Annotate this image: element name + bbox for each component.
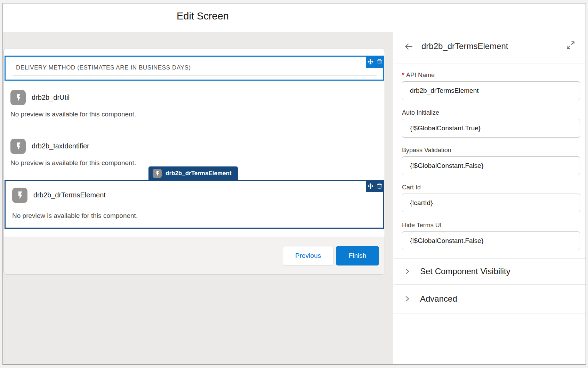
- modal-title: Edit Screen: [3, 10, 402, 22]
- api-name-input[interactable]: [402, 81, 580, 100]
- section-label: Set Component Visibility: [420, 267, 510, 276]
- required-asterisk: *: [402, 72, 404, 79]
- screen-canvas: DELIVERY METHOD (ESTIMATES ARE IN BUSINE…: [3, 32, 393, 364]
- drag-tooltip-label: drb2b_drTermsElement: [166, 170, 232, 177]
- bypass-validation-field: Bypass Validation: [402, 147, 580, 175]
- hide-terms-ui-field: Hide Terms UI: [402, 222, 580, 250]
- cart-id-input[interactable]: [402, 194, 580, 212]
- properties-panel: drb2b_drTermsElement *API Name Auto Init…: [394, 32, 586, 364]
- lightning-component-icon: [12, 188, 27, 203]
- lightning-component-icon: [153, 169, 162, 178]
- section-label: Advanced: [420, 294, 457, 304]
- panel-title: drb2b_drTermsElement: [421, 41, 508, 51]
- trash-icon[interactable]: [375, 56, 384, 68]
- lightning-component-icon: [10, 139, 26, 154]
- screen-footer: Previous Finish: [4, 237, 385, 274]
- hide-terms-ui-label: Hide Terms UI: [402, 222, 580, 229]
- section-advanced[interactable]: Advanced: [394, 284, 586, 313]
- section-set-component-visibility[interactable]: Set Component Visibility: [394, 258, 586, 284]
- component-delivery-method-header[interactable]: DELIVERY METHOD (ESTIMATES ARE IN BUSINE…: [5, 56, 384, 81]
- auto-initialize-field: Auto Initialize: [402, 109, 580, 138]
- cart-id-field: Cart Id: [402, 184, 580, 212]
- component-name-drutil[interactable]: drb2b_drUtil: [32, 93, 70, 101]
- modal-header: Edit Screen: [3, 3, 586, 32]
- expand-icon[interactable]: [566, 41, 577, 51]
- cart-id-label: Cart Id: [402, 184, 580, 191]
- hide-terms-ui-input[interactable]: [402, 231, 580, 250]
- api-name-label: *API Name: [402, 72, 580, 79]
- screen-preview-card: DELIVERY METHOD (ESTIMATES ARE IN BUSINE…: [3, 49, 385, 275]
- move-icon[interactable]: [366, 56, 375, 68]
- no-preview-text: No preview is available for this compone…: [10, 159, 136, 167]
- chevron-right-icon: [404, 295, 411, 302]
- divider: [394, 313, 586, 313]
- move-icon[interactable]: [366, 180, 375, 192]
- no-preview-text: No preview is available for this compone…: [10, 111, 136, 118]
- lightning-component-icon: [10, 90, 26, 105]
- bypass-validation-input[interactable]: [402, 156, 580, 175]
- component-action-badge: [366, 180, 384, 192]
- component-action-badge: [366, 56, 384, 68]
- drag-ghost-tooltip: drb2b_drTermsElement: [148, 166, 238, 180]
- section-underline: [13, 75, 377, 76]
- edit-screen-modal: Edit Screen DELIVERY METHOD (ESTIMATES A…: [2, 3, 586, 365]
- delivery-method-label: DELIVERY METHOD (ESTIMATES ARE IN BUSINE…: [16, 64, 191, 71]
- component-name-taxidentifier[interactable]: drb2b_taxIdentifier: [32, 142, 89, 150]
- chevron-right-icon: [404, 268, 411, 275]
- back-arrow-icon[interactable]: [403, 41, 415, 52]
- previous-button[interactable]: Previous: [283, 246, 333, 265]
- finish-button[interactable]: Finish: [336, 246, 379, 265]
- divider: [394, 64, 586, 64]
- api-name-field: *API Name: [402, 72, 580, 100]
- component-name-drtermselement: drb2b_drTermsElement: [33, 191, 106, 199]
- bypass-validation-label: Bypass Validation: [402, 147, 580, 154]
- trash-icon[interactable]: [375, 180, 384, 192]
- auto-initialize-input[interactable]: [402, 119, 580, 138]
- component-drtermselement-selected[interactable]: drb2b_drTermsElement No preview is avail…: [5, 180, 384, 229]
- edit-screen-modal-page: Edit Screen DELIVERY METHOD (ESTIMATES A…: [0, 0, 588, 368]
- auto-initialize-label: Auto Initialize: [402, 109, 580, 116]
- no-preview-text: No preview is available for this compone…: [12, 212, 138, 220]
